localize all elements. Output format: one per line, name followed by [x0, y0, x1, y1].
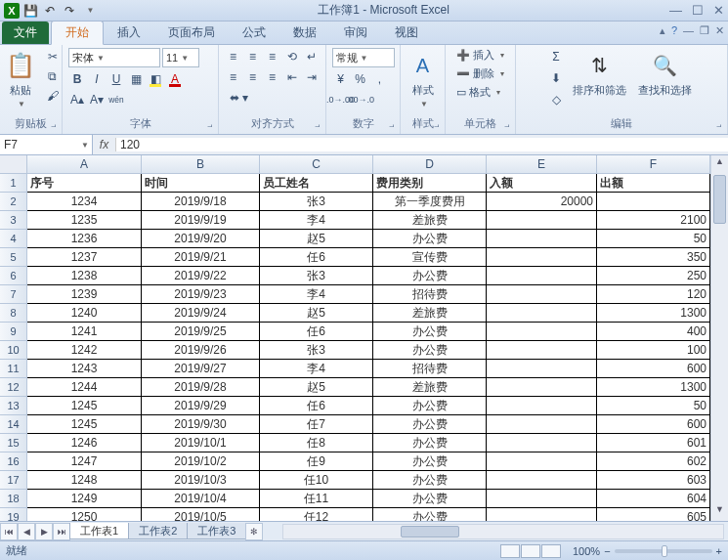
cell[interactable]: 张3: [260, 341, 373, 360]
cut-button[interactable]: ✂: [44, 48, 62, 65]
cell[interactable]: 李4: [260, 360, 373, 378]
italic-button[interactable]: I: [88, 70, 106, 88]
cell-area[interactable]: 序号时间员工姓名费用类别入额出额12342019/9/18张3第一季度费用200…: [27, 174, 710, 521]
orientation-button[interactable]: ⟲: [283, 48, 301, 65]
cell[interactable]: 办公费: [373, 471, 487, 490]
font-color-button[interactable]: A: [166, 70, 184, 88]
cell[interactable]: 2019/10/2: [142, 452, 260, 471]
cell[interactable]: 办公费: [373, 452, 487, 471]
row-header-14[interactable]: 14: [0, 415, 27, 434]
hscroll-thumb[interactable]: [401, 526, 459, 538]
cell[interactable]: 2100: [597, 211, 710, 230]
row-header-2[interactable]: 2: [0, 193, 27, 211]
cell[interactable]: 1241: [27, 323, 142, 341]
percent-button[interactable]: %: [352, 70, 369, 88]
cell[interactable]: 差旅费: [373, 304, 487, 323]
comma-button[interactable]: ,: [371, 70, 389, 88]
cell[interactable]: 1240: [27, 304, 142, 323]
new-sheet-button[interactable]: ✻: [245, 523, 263, 540]
cell[interactable]: [487, 248, 597, 267]
cell[interactable]: 1300: [597, 378, 710, 397]
sort-filter-button[interactable]: ⇅ 排序和筛选: [569, 48, 630, 100]
cell[interactable]: 2019/9/29: [142, 397, 260, 415]
column-header-F[interactable]: F: [597, 155, 710, 174]
maximize-button[interactable]: ☐: [692, 3, 704, 18]
page-break-view-button[interactable]: [541, 544, 561, 558]
cell[interactable]: 1242: [27, 341, 142, 360]
tab-formulas[interactable]: 公式: [229, 22, 279, 44]
cell[interactable]: 250: [597, 267, 710, 285]
row-header-4[interactable]: 4: [0, 230, 27, 248]
cell[interactable]: 赵5: [260, 304, 373, 323]
column-header-A[interactable]: A: [27, 155, 142, 174]
cell[interactable]: [597, 193, 710, 211]
select-all-corner[interactable]: [0, 155, 27, 174]
cell[interactable]: [487, 378, 597, 397]
row-header-15[interactable]: 15: [0, 434, 27, 452]
zoom-out-button[interactable]: −: [604, 545, 610, 557]
decrease-decimal-button[interactable]: .00→.0: [352, 91, 369, 108]
row-headers[interactable]: 12345678910111213141516171819: [0, 174, 27, 521]
cell[interactable]: 2019/9/24: [142, 304, 260, 323]
currency-button[interactable]: ¥: [332, 70, 350, 88]
cell[interactable]: [487, 434, 597, 452]
cell[interactable]: 办公费: [373, 490, 487, 508]
cell[interactable]: 20000: [487, 193, 597, 211]
undo-button[interactable]: ↶: [41, 2, 59, 20]
cell[interactable]: 序号: [27, 174, 142, 193]
tab-view[interactable]: 视图: [381, 22, 432, 44]
cell[interactable]: 费用类别: [373, 174, 487, 193]
cell[interactable]: 2019/9/19: [142, 211, 260, 230]
row-header-9[interactable]: 9: [0, 323, 27, 341]
cell[interactable]: 2019/9/18: [142, 193, 260, 211]
delete-cells-button[interactable]: ➖ 删除 ▾: [456, 66, 504, 81]
cell[interactable]: 50: [597, 397, 710, 415]
column-header-E[interactable]: E: [487, 155, 597, 174]
cell[interactable]: [487, 360, 597, 378]
font-name-combo[interactable]: 宋体▼: [68, 48, 160, 67]
next-sheet-button[interactable]: ▶: [35, 523, 53, 540]
cell[interactable]: 办公费: [373, 341, 487, 360]
first-sheet-button[interactable]: ⏮: [0, 523, 18, 540]
prev-sheet-button[interactable]: ◀: [18, 523, 35, 540]
tab-file[interactable]: 文件: [2, 22, 49, 44]
align-middle-button[interactable]: ≡: [244, 48, 262, 65]
cell[interactable]: 张3: [260, 267, 373, 285]
grow-font-button[interactable]: A▴: [68, 91, 86, 108]
column-headers[interactable]: ABCDEF: [27, 155, 710, 174]
cell[interactable]: [487, 285, 597, 304]
tab-home[interactable]: 开始: [51, 21, 104, 45]
help-icon[interactable]: ?: [671, 24, 677, 37]
cell[interactable]: 差旅费: [373, 378, 487, 397]
merge-center-button[interactable]: ⬌ ▾: [225, 89, 253, 107]
normal-view-button[interactable]: [500, 544, 520, 558]
row-header-13[interactable]: 13: [0, 397, 27, 415]
cell[interactable]: 2019/10/3: [142, 471, 260, 490]
bold-button[interactable]: B: [68, 70, 86, 88]
cell[interactable]: 李4: [260, 285, 373, 304]
row-header-8[interactable]: 8: [0, 304, 27, 323]
cell[interactable]: 时间: [142, 174, 260, 193]
autosum-button[interactable]: Σ: [547, 48, 565, 65]
cell[interactable]: 办公费: [373, 267, 487, 285]
minimize-button[interactable]: —: [669, 3, 682, 18]
cell[interactable]: 员工姓名: [260, 174, 373, 193]
cell[interactable]: 1248: [27, 471, 142, 490]
cell[interactable]: 第一季度费用: [373, 193, 487, 211]
scroll-up-icon[interactable]: ▲: [711, 156, 728, 172]
qat-customize-icon[interactable]: ▼: [80, 2, 98, 20]
cell[interactable]: 2019/9/21: [142, 248, 260, 267]
row-header-1[interactable]: 1: [0, 174, 27, 193]
cell[interactable]: 1246: [27, 434, 142, 452]
horizontal-scrollbar[interactable]: [282, 524, 724, 539]
cell[interactable]: 张3: [260, 193, 373, 211]
cell[interactable]: 604: [597, 490, 710, 508]
cell[interactable]: [487, 304, 597, 323]
cell[interactable]: [487, 211, 597, 230]
zoom-level[interactable]: 100%: [573, 545, 600, 557]
clear-button[interactable]: ◇: [547, 91, 565, 108]
increase-indent-button[interactable]: ⇥: [303, 68, 321, 86]
cell[interactable]: [487, 415, 597, 434]
cell[interactable]: 2019/9/26: [142, 341, 260, 360]
cell[interactable]: 任6: [260, 397, 373, 415]
